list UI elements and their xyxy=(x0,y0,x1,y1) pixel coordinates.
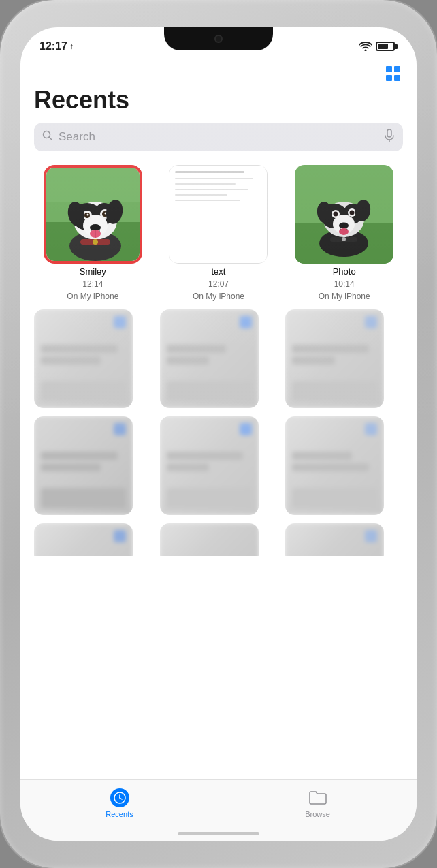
file-name-smiley: Smiley xyxy=(80,266,106,277)
tab-recents[interactable]: Recents xyxy=(20,788,218,818)
file-location-smiley: On My iPhone xyxy=(67,292,118,301)
front-camera xyxy=(214,35,223,43)
blurred-item xyxy=(285,309,384,408)
svg-point-41 xyxy=(342,237,346,241)
status-icons xyxy=(359,42,398,51)
search-icon xyxy=(42,130,53,144)
blurred-row-3 xyxy=(20,515,417,556)
svg-point-34 xyxy=(334,212,338,217)
file-thumb-photo xyxy=(295,165,393,264)
blurred-item xyxy=(34,309,133,408)
battery-icon xyxy=(376,42,398,51)
file-location-photo: On My iPhone xyxy=(319,292,370,301)
blurred-item xyxy=(34,416,133,515)
svg-line-1 xyxy=(50,138,52,140)
file-item-text[interactable]: text 12:07 On My iPhone xyxy=(160,165,278,301)
blurred-item xyxy=(160,309,259,408)
svg-point-16 xyxy=(86,214,88,216)
svg-point-35 xyxy=(350,211,355,215)
status-time: 12:17 xyxy=(39,40,67,52)
file-item-photo[interactable]: Photo 10:14 On My iPhone xyxy=(285,165,403,301)
file-thumb-text xyxy=(169,165,268,264)
home-indicator xyxy=(178,832,259,835)
blurred-item xyxy=(285,523,384,556)
svg-line-44 xyxy=(120,798,122,799)
tab-bar: Recents Browse xyxy=(20,779,417,841)
search-placeholder: Search xyxy=(59,130,378,144)
file-time-text: 12:07 xyxy=(208,279,229,289)
svg-rect-2 xyxy=(387,129,391,137)
mic-icon[interactable] xyxy=(384,129,395,145)
grid-view-icon[interactable] xyxy=(384,64,403,83)
tab-browse[interactable]: Browse xyxy=(218,788,417,818)
file-name-text: text xyxy=(212,266,226,277)
file-location-text: On My iPhone xyxy=(193,292,244,301)
top-bar xyxy=(20,57,417,83)
file-name-photo: Photo xyxy=(333,266,356,277)
search-bar[interactable]: Search xyxy=(34,123,403,151)
screen: 12:17 ↑ xyxy=(20,27,417,841)
tab-recents-label: Recents xyxy=(106,810,133,818)
svg-point-36 xyxy=(339,223,349,229)
tab-browse-label: Browse xyxy=(305,810,330,818)
svg-point-24 xyxy=(93,239,98,245)
blurred-row-1 xyxy=(20,301,417,408)
blurred-item xyxy=(34,523,133,556)
location-arrow: ↑ xyxy=(69,42,74,51)
wifi-icon xyxy=(359,42,372,51)
svg-point-37 xyxy=(339,228,349,235)
blurred-item xyxy=(160,416,259,515)
file-time-photo: 10:14 xyxy=(334,279,355,289)
blurred-item xyxy=(285,416,384,515)
file-grid: Smiley 12:14 On My iPhone xyxy=(20,165,417,301)
notch xyxy=(164,27,273,50)
file-thumb-smiley xyxy=(44,165,142,264)
app-content: Recents Search xyxy=(20,57,417,841)
clock-icon xyxy=(110,788,129,807)
phone-frame: 12:17 ↑ xyxy=(0,0,437,868)
file-time-smiley: 12:14 xyxy=(82,279,103,289)
page-title: Recents xyxy=(20,83,417,123)
file-item-smiley[interactable]: Smiley 12:14 On My iPhone xyxy=(34,165,152,301)
blurred-row-2 xyxy=(20,408,417,515)
svg-rect-6 xyxy=(46,168,140,202)
blurred-item xyxy=(160,523,259,556)
folder-icon xyxy=(308,788,327,807)
